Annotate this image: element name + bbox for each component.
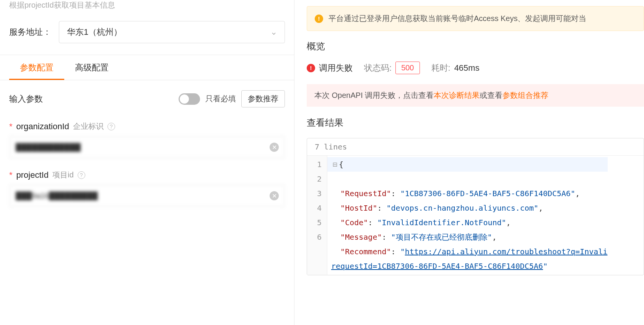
required-asterisk: *: [9, 170, 13, 180]
err-prefix: 本次 OpenAPI 调用失败，点击查看: [314, 91, 434, 99]
tab-params[interactable]: 参数配置: [9, 55, 64, 80]
input-params-section: 输入参数 只看必填 参数推荐 * organizationId 企业标识 ? ✕…: [0, 80, 294, 228]
err-mid: 或查看: [480, 91, 503, 99]
json-code[interactable]: ⊟{ "RequestId": "1CB87306-86FD-5AE4-BAF5…: [327, 156, 611, 275]
field-label-row: * projectId 项目id ?: [9, 170, 285, 180]
elapsed: 耗时: 465ms: [431, 62, 480, 74]
organization-id-input[interactable]: [9, 136, 285, 158]
field-desc: 项目id: [52, 170, 74, 180]
fold-icon[interactable]: ⊟: [333, 160, 337, 169]
resp-message: 项目不存在或已经彻底删除: [396, 232, 488, 242]
service-address-row: 服务地址： 华东1（杭州）: [0, 14, 294, 55]
field-label-row: * organizationId 企业标识 ?: [9, 121, 285, 132]
status-code-value: 500: [395, 62, 420, 74]
required-only-label: 只看必填: [205, 94, 236, 104]
input-params-title: 输入参数: [9, 93, 43, 105]
help-icon[interactable]: ?: [107, 123, 115, 130]
resp-recommend-link-1[interactable]: https://api.aliyun.com/troubleshoot?q=In…: [405, 247, 608, 256]
resp-recommend-link-2[interactable]: requestId=1CB87306-86FD-5AE4-BAF5-C86F14…: [331, 262, 543, 271]
input-params-header: 输入参数 只看必填 参数推荐: [9, 90, 285, 107]
error-banner: 本次 OpenAPI 调用失败，点击查看本次诊断结果或查看参数组合推荐: [307, 84, 644, 107]
service-address-select[interactable]: 华东1（杭州）: [59, 21, 285, 43]
config-tabs: 参数配置 高级配置: [0, 55, 294, 80]
elapsed-value: 465ms: [454, 63, 480, 73]
result-box: 7 lines 123456 ⊟{ "RequestId": "1CB87306…: [307, 138, 644, 275]
required-only-toggle[interactable]: [179, 93, 200, 105]
elapsed-label: 耗时:: [431, 62, 450, 74]
call-fail-text: 调用失败: [319, 62, 353, 74]
overview-title: 概览: [307, 40, 644, 52]
input-wrap: ✕: [9, 185, 285, 207]
error-icon: !: [307, 64, 315, 72]
resp-request-id: 1CB87306-86FD-5AE4-BAF5-C86F140DC5A6: [405, 189, 571, 198]
field-name: projectId: [16, 170, 49, 180]
left-panel: 根据projectId获取项目基本信息 服务地址： 华东1（杭州） 参数配置 高…: [0, 0, 294, 325]
resp-code: InvalidIdentifier.NotFound: [382, 218, 501, 227]
field-project-id: * projectId 项目id ? ✕: [9, 170, 285, 207]
access-keys-notice: ! 平台通过已登录用户信息获取当前账号临时Access Keys、发起调用可能对…: [307, 6, 644, 31]
right-panel: ! 平台通过已登录用户信息获取当前账号临时Access Keys、发起调用可能对…: [294, 0, 644, 325]
param-recommend-link[interactable]: 参数组合推荐: [503, 91, 548, 99]
result-title: 查看结果: [307, 117, 644, 129]
api-description: 根据projectId获取项目基本信息: [0, 0, 294, 14]
resp-host-id: devops.cn-hangzhou.aliyuncs.com: [391, 203, 534, 213]
warning-icon: !: [315, 15, 323, 23]
field-desc: 企业标识: [73, 121, 104, 132]
field-name: organizationId: [16, 122, 69, 132]
required-asterisk: *: [9, 122, 13, 132]
service-address-value: 华东1（杭州）: [67, 26, 122, 38]
status-row: ! 调用失败 状态码: 500 耗时: 465ms: [307, 62, 644, 74]
project-id-input[interactable]: [9, 185, 285, 207]
notice-text: 平台通过已登录用户信息获取当前账号临时Access Keys、发起调用可能对当: [329, 13, 586, 24]
input-params-controls: 只看必填 参数推荐: [179, 90, 285, 107]
gutter: 123456: [307, 156, 327, 275]
call-status: ! 调用失败: [307, 62, 353, 74]
help-icon[interactable]: ?: [78, 171, 85, 179]
status-code-label: 状态码:: [364, 62, 392, 74]
clear-icon[interactable]: ✕: [270, 143, 279, 152]
param-recommend-button[interactable]: 参数推荐: [241, 90, 285, 107]
diagnostic-link[interactable]: 本次诊断结果: [434, 91, 480, 99]
input-wrap: ✕: [9, 136, 285, 158]
chevron-down-icon: [271, 29, 277, 35]
field-organization-id: * organizationId 企业标识 ? ✕: [9, 121, 285, 158]
code-area[interactable]: 123456 ⊟{ "RequestId": "1CB87306-86FD-5A…: [307, 156, 644, 275]
clear-icon[interactable]: ✕: [270, 191, 279, 200]
status-code: 状态码: 500: [364, 62, 420, 74]
tab-advanced[interactable]: 高级配置: [64, 55, 119, 80]
service-address-label: 服务地址：: [9, 26, 51, 38]
result-lines-count: 7 lines: [307, 138, 644, 156]
